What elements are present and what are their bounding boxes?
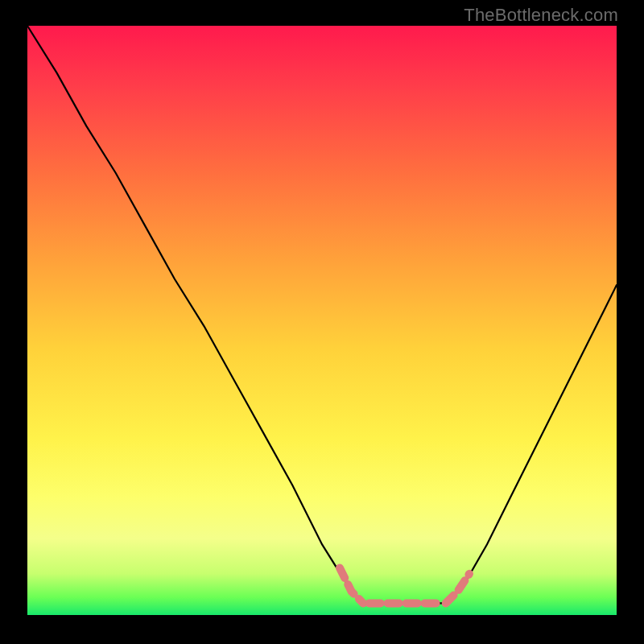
curve-layer [27,26,617,615]
highlight-left-knee [340,568,363,603]
highlight-right-knee [446,574,469,604]
outer-frame: TheBottleneck.com [0,0,644,644]
bottleneck-curve [27,26,617,603]
plot-area [27,26,617,615]
valley-highlight [340,568,469,603]
attribution-label: TheBottleneck.com [464,5,618,26]
